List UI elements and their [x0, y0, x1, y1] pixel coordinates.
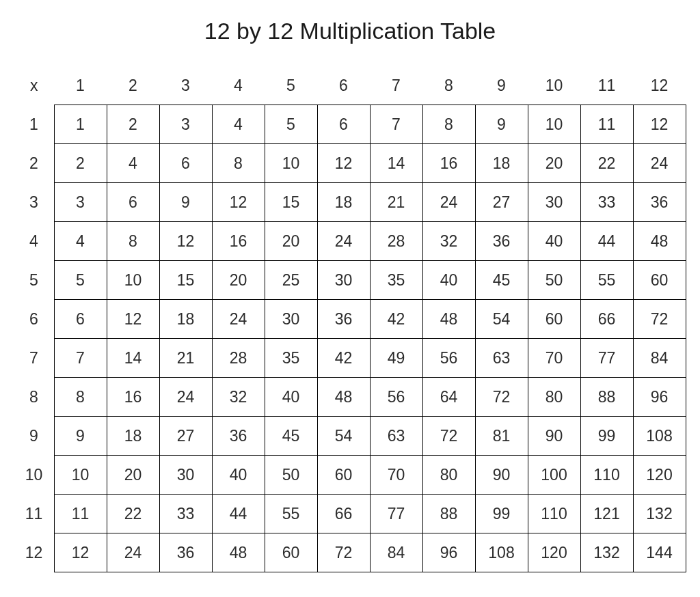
row-header: 6	[14, 300, 55, 339]
row-header: 2	[14, 144, 55, 183]
table-cell: 88	[580, 378, 633, 417]
table-cell: 48	[633, 222, 686, 261]
table-cell: 10	[107, 261, 159, 300]
table-cell: 40	[422, 261, 475, 300]
row-header: 1	[14, 105, 55, 144]
table-cell: 12	[159, 222, 212, 261]
table-cell: 28	[212, 339, 265, 378]
table-cell: 44	[580, 222, 633, 261]
table-cell: 40	[528, 222, 580, 261]
row-header: 12	[14, 533, 55, 572]
col-header: 2	[107, 66, 159, 105]
table-cell: 24	[107, 533, 159, 572]
table-cell: 132	[580, 533, 633, 572]
table-cell: 6	[159, 144, 212, 183]
table-row: 10102030405060708090100110120	[14, 456, 686, 495]
table-cell: 25	[265, 261, 317, 300]
table-cell: 70	[528, 339, 580, 378]
table-cell: 21	[159, 339, 212, 378]
table-row: 661218243036424854606672	[14, 300, 686, 339]
table-cell: 6	[54, 300, 107, 339]
table-cell: 56	[422, 339, 475, 378]
table-cell: 15	[265, 183, 317, 222]
col-header: 4	[212, 66, 265, 105]
row-header: 11	[14, 495, 55, 533]
table-cell: 63	[370, 417, 422, 456]
table-row: 11112233445566778899110121132	[14, 495, 686, 533]
table-cell: 36	[159, 533, 212, 572]
table-cell: 4	[107, 144, 159, 183]
table-cell: 16	[107, 378, 159, 417]
table-cell: 121	[580, 495, 633, 533]
col-header: 10	[528, 66, 580, 105]
table-cell: 2	[107, 105, 159, 144]
table-cell: 10	[265, 144, 317, 183]
table-cell: 35	[265, 339, 317, 378]
table-cell: 88	[422, 495, 475, 533]
table-cell: 8	[107, 222, 159, 261]
table-cell: 36	[633, 183, 686, 222]
table-cell: 24	[212, 300, 265, 339]
table-cell: 40	[265, 378, 317, 417]
table-cell: 90	[528, 417, 580, 456]
table-cell: 54	[475, 300, 528, 339]
table-cell: 30	[528, 183, 580, 222]
table-cell: 77	[580, 339, 633, 378]
table-cell: 30	[265, 300, 317, 339]
table-cell: 110	[580, 456, 633, 495]
row-header: 4	[14, 222, 55, 261]
table-cell: 28	[370, 222, 422, 261]
table-cell: 20	[212, 261, 265, 300]
table-cell: 84	[633, 339, 686, 378]
table-cell: 45	[475, 261, 528, 300]
table-cell: 24	[422, 183, 475, 222]
table-cell: 49	[370, 339, 422, 378]
table-cell: 15	[159, 261, 212, 300]
table-cell: 84	[370, 533, 422, 572]
table-cell: 24	[317, 222, 370, 261]
table-cell: 60	[528, 300, 580, 339]
table-cell: 144	[633, 533, 686, 572]
table-cell: 110	[528, 495, 580, 533]
table-cell: 33	[580, 183, 633, 222]
row-header: 8	[14, 378, 55, 417]
col-header: 9	[475, 66, 528, 105]
table-cell: 27	[159, 417, 212, 456]
table-cell: 60	[265, 533, 317, 572]
table-cell: 60	[633, 261, 686, 300]
table-cell: 108	[475, 533, 528, 572]
table-cell: 18	[475, 144, 528, 183]
table-row: 9918273645546372819099108	[14, 417, 686, 456]
table-cell: 3	[54, 183, 107, 222]
table-cell: 22	[580, 144, 633, 183]
page-title: 12 by 12 Multiplication Table	[14, 18, 686, 44]
table-cell: 16	[422, 144, 475, 183]
table-cell: 18	[317, 183, 370, 222]
table-row: 1123456789101112	[14, 105, 686, 144]
row-header: 9	[14, 417, 55, 456]
table-cell: 16	[212, 222, 265, 261]
table-cell: 48	[317, 378, 370, 417]
table-cell: 7	[54, 339, 107, 378]
table-cell: 9	[54, 417, 107, 456]
table-cell: 72	[633, 300, 686, 339]
row-header: 10	[14, 456, 55, 495]
col-header: 8	[422, 66, 475, 105]
table-cell: 36	[317, 300, 370, 339]
multiplication-table: x 1 2 3 4 5 6 7 8 9 10 11 12 11234567891…	[14, 66, 686, 572]
table-cell: 3	[159, 105, 212, 144]
table-cell: 1	[54, 105, 107, 144]
table-cell: 20	[265, 222, 317, 261]
table-cell: 80	[422, 456, 475, 495]
table-cell: 64	[422, 378, 475, 417]
col-header: 3	[159, 66, 212, 105]
table-cell: 50	[528, 261, 580, 300]
col-header: 6	[317, 66, 370, 105]
table-cell: 63	[475, 339, 528, 378]
table-body: 1123456789101112224681012141618202224336…	[14, 105, 686, 572]
table-header-row: x 1 2 3 4 5 6 7 8 9 10 11 12	[14, 66, 686, 105]
table-cell: 48	[422, 300, 475, 339]
table-cell: 45	[265, 417, 317, 456]
table-cell: 8	[212, 144, 265, 183]
table-cell: 72	[475, 378, 528, 417]
